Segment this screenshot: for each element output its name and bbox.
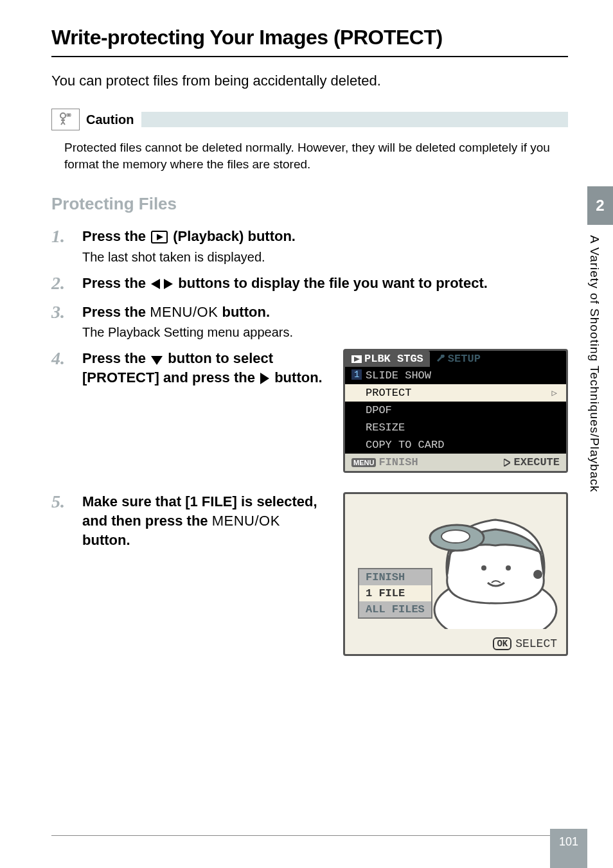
step-2-title: Press the buttons to display the file yo… xyxy=(82,274,568,293)
step-1: 1 Press the (Playback) button. The last … xyxy=(51,227,568,265)
playback-icon xyxy=(151,231,168,244)
step-number: 4 xyxy=(51,349,82,369)
tab-plbk-stgs: PLBK STGS xyxy=(345,351,430,367)
tab-label: PLBK STGS xyxy=(364,353,423,365)
menu-item: DPOF xyxy=(345,402,566,419)
svg-point-13 xyxy=(441,530,470,543)
protect-option: FINISH xyxy=(359,569,431,585)
step-5-row: 5 Make sure that [1 FILE] is selected, a… xyxy=(51,492,568,656)
step-3-sub: The Playback Setting menu appears. xyxy=(82,325,568,340)
step-text: (Playback) button. xyxy=(173,228,296,244)
step-5: 5 Make sure that [1 FILE] is selected, a… xyxy=(51,492,330,549)
step-1-title: Press the (Playback) button. xyxy=(82,227,568,246)
down-arrow-icon xyxy=(151,355,163,365)
svg-marker-4 xyxy=(151,279,160,289)
ok-badge-icon: OK xyxy=(493,637,511,650)
ok-select-hint: OK SELECT xyxy=(493,637,557,650)
step-4-title: Press the button to select [PROTECT] and… xyxy=(82,349,330,387)
menu-item: COPY TO CARD xyxy=(345,436,566,454)
step-number: 5 xyxy=(51,492,82,512)
execute-arrow-icon xyxy=(504,459,510,466)
svg-marker-6 xyxy=(151,356,163,365)
step-text: Press the xyxy=(82,228,150,244)
step-3-title: Press the MENU/OK button. xyxy=(82,303,568,322)
page-title: Write-protecting Your Images (PROTECT) xyxy=(51,26,568,57)
step-3: 3 Press the MENU/OK button. The Playback… xyxy=(51,303,568,341)
svg-point-1 xyxy=(68,114,69,116)
step-text: Press the xyxy=(82,350,150,366)
svg-point-14 xyxy=(481,565,486,571)
caution-bar-line xyxy=(141,112,568,127)
steps-list: 1 Press the (Playback) button. The last … xyxy=(51,227,568,656)
caution-text: Protected files cannot be deleted normal… xyxy=(64,139,568,172)
protect-option: ALL FILES xyxy=(359,601,431,617)
intro-text: You can protect files from being acciden… xyxy=(51,73,568,89)
page-number: 101 xyxy=(550,829,587,868)
step-text: Press the xyxy=(82,275,150,291)
step-text: Make sure that [1 FILE] is selected, and… xyxy=(82,493,317,529)
menu-page-indicator: 1 xyxy=(351,369,362,380)
menu-ok-text: MENU/OK xyxy=(212,513,280,529)
caution-icon xyxy=(51,109,80,130)
step-number: 2 xyxy=(51,274,82,294)
step-text: buttons to display the file you want to … xyxy=(178,275,488,291)
step-text: button. xyxy=(274,369,323,385)
screenshot-menu: PLBK STGS SETUP 1SLIDE SHOWPROTECT▷DPOFR… xyxy=(343,349,568,473)
side-tab: 2 A Variety of Shooting Techniques/Playb… xyxy=(587,186,613,520)
menu-item: 1SLIDE SHOW xyxy=(345,367,566,384)
svg-point-0 xyxy=(60,113,66,118)
illustration-girl xyxy=(412,500,560,629)
step-2: 2 Press the buttons to display the file … xyxy=(51,274,568,294)
screenshot-footer: MENU FINISH EXECUTE xyxy=(345,454,566,471)
svg-point-16 xyxy=(533,570,542,579)
footer-finish: FINISH xyxy=(378,456,418,468)
svg-marker-7 xyxy=(260,373,269,384)
tab-setup: SETUP xyxy=(430,351,487,367)
footer-execute: EXECUTE xyxy=(514,456,560,468)
step-5-title: Make sure that [1 FILE] is selected, and… xyxy=(82,492,330,549)
protect-options-menu: FINISH1 FILEALL FILES xyxy=(358,568,432,619)
svg-point-15 xyxy=(506,565,511,571)
svg-marker-10 xyxy=(504,459,510,466)
step-1-sub: The last shot taken is displayed. xyxy=(82,250,568,265)
chapter-number: 2 xyxy=(587,186,613,225)
svg-marker-3 xyxy=(157,234,163,240)
wrench-icon xyxy=(436,355,445,364)
step-4-row: 4 Press the button to select [PROTECT] a… xyxy=(51,349,568,473)
menu-ok-text: MENU/OK xyxy=(150,304,218,320)
svg-marker-5 xyxy=(164,279,173,289)
submenu-arrow-icon: ▷ xyxy=(552,387,557,398)
step-text: Press the xyxy=(82,304,150,320)
select-label: SELECT xyxy=(515,637,557,650)
menu-badge-icon: MENU xyxy=(351,458,376,467)
step-number: 1 xyxy=(51,227,82,247)
step-text: button. xyxy=(82,532,130,548)
tab-label: SETUP xyxy=(448,353,481,365)
right-arrow-icon xyxy=(260,373,269,384)
step-4: 4 Press the button to select [PROTECT] a… xyxy=(51,349,330,387)
menu-item: RESIZE xyxy=(345,419,566,436)
caution-label: Caution xyxy=(86,112,141,127)
step-number: 3 xyxy=(51,303,82,323)
chapter-label: A Variety of Shooting Techniques/Playbac… xyxy=(587,225,601,520)
screenshot-protect-dialog: FINISH1 FILEALL FILES OK SELECT xyxy=(343,492,568,656)
section-heading: Protecting Files xyxy=(51,194,568,214)
page-footer: 101 xyxy=(51,835,587,849)
play-tab-icon xyxy=(351,355,362,363)
step-text: button. xyxy=(218,304,270,320)
caution-bar: Caution xyxy=(51,109,568,130)
protect-option: 1 FILE xyxy=(359,585,431,601)
menu-item: PROTECT▷ xyxy=(345,384,566,402)
left-right-arrow-icon xyxy=(151,278,173,290)
